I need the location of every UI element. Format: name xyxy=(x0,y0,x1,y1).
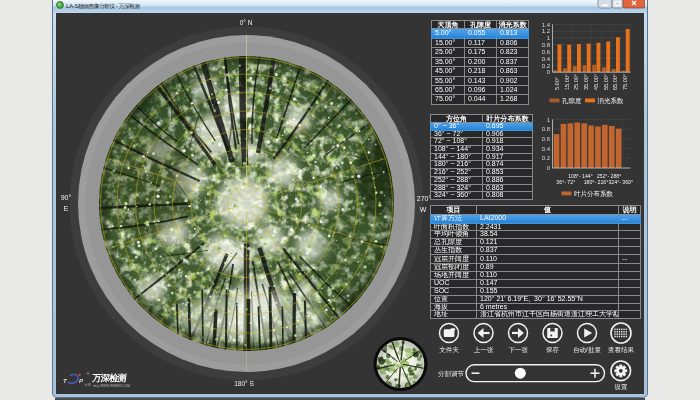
svg-text:LA-S植物图像分析仪 - 万深检测: LA-S植物图像分析仪 - 万深检测 xyxy=(66,2,140,10)
